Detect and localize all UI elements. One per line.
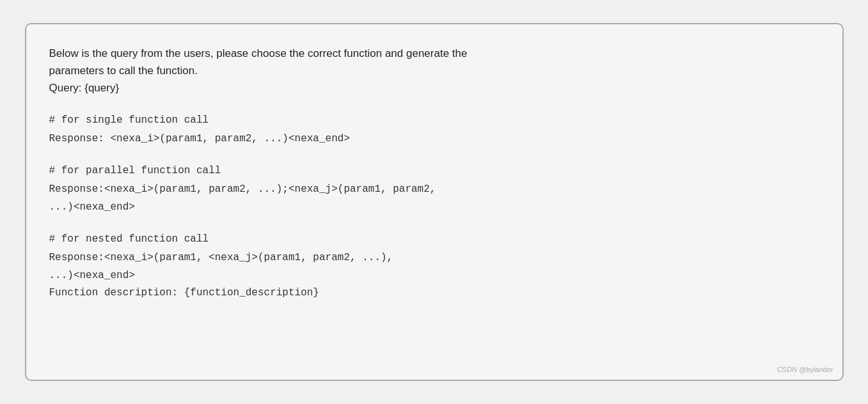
single-function-section: # for single function call Response: <ne… — [49, 113, 819, 148]
main-card: Below is the query from the users, pleas… — [25, 23, 844, 381]
intro-section: Below is the query from the users, pleas… — [49, 45, 819, 97]
intro-line1: Below is the query from the users, pleas… — [49, 45, 819, 62]
nested-response-line2: ...)<nexa_end> — [49, 268, 819, 284]
nested-comment: # for nested function call — [49, 231, 819, 248]
parallel-comment: # for parallel function call — [49, 163, 819, 180]
intro-line3: Query: {query} — [49, 79, 819, 97]
intro-line2: parameters to call the function. — [49, 62, 819, 79]
nested-response-line1: Response:<nexa_i>(param1, <nexa_j>(param… — [49, 250, 819, 267]
parallel-response-line2: ...)<nexa_end> — [49, 199, 819, 216]
parallel-response-line1: Response:<nexa_i>(param1, param2, ...);<… — [49, 182, 819, 198]
watermark: CSDN @bylander — [777, 366, 833, 373]
function-description: Function description: {function_descript… — [49, 285, 819, 302]
parallel-function-section: # for parallel function call Response:<n… — [49, 163, 819, 216]
single-response: Response: <nexa_i>(param1, param2, ...)<… — [49, 131, 819, 148]
single-comment: # for single function call — [49, 113, 819, 129]
nested-function-section: # for nested function call Response:<nex… — [49, 231, 819, 302]
content-block: Below is the query from the users, pleas… — [49, 45, 819, 302]
